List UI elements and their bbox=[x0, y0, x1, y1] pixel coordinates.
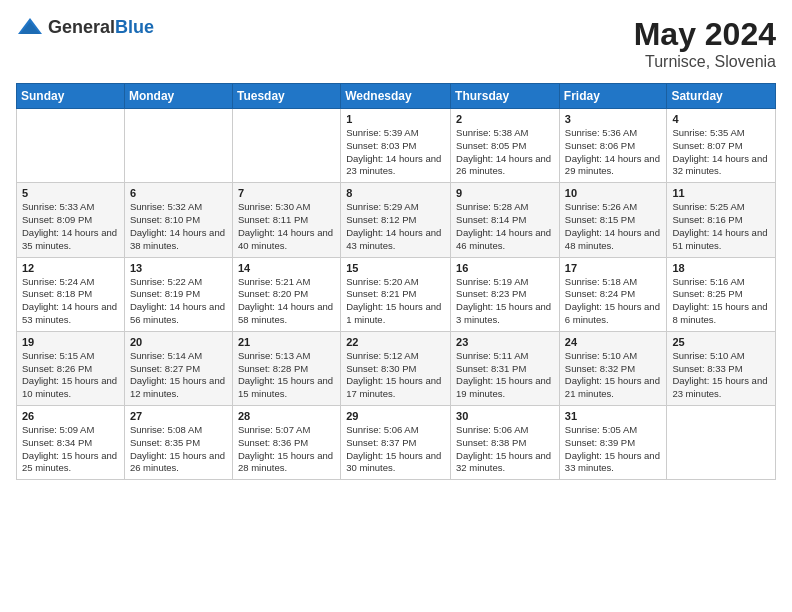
calendar-cell: 14Sunrise: 5:21 AM Sunset: 8:20 PM Dayli… bbox=[232, 257, 340, 331]
cell-content: Sunrise: 5:28 AM Sunset: 8:14 PM Dayligh… bbox=[456, 201, 554, 252]
calendar-cell: 20Sunrise: 5:14 AM Sunset: 8:27 PM Dayli… bbox=[124, 331, 232, 405]
calendar-cell: 10Sunrise: 5:26 AM Sunset: 8:15 PM Dayli… bbox=[559, 183, 667, 257]
calendar-cell: 24Sunrise: 5:10 AM Sunset: 8:32 PM Dayli… bbox=[559, 331, 667, 405]
calendar-cell: 1Sunrise: 5:39 AM Sunset: 8:03 PM Daylig… bbox=[341, 109, 451, 183]
calendar-cell: 17Sunrise: 5:18 AM Sunset: 8:24 PM Dayli… bbox=[559, 257, 667, 331]
cell-content: Sunrise: 5:15 AM Sunset: 8:26 PM Dayligh… bbox=[22, 350, 119, 401]
day-number: 5 bbox=[22, 187, 119, 199]
day-number: 12 bbox=[22, 262, 119, 274]
logo-blue-text: Blue bbox=[115, 17, 154, 37]
cell-content: Sunrise: 5:24 AM Sunset: 8:18 PM Dayligh… bbox=[22, 276, 119, 327]
day-number: 6 bbox=[130, 187, 227, 199]
cell-content: Sunrise: 5:14 AM Sunset: 8:27 PM Dayligh… bbox=[130, 350, 227, 401]
location-title: Turnisce, Slovenia bbox=[634, 53, 776, 71]
logo: GeneralBlue bbox=[16, 16, 154, 38]
calendar-cell: 3Sunrise: 5:36 AM Sunset: 8:06 PM Daylig… bbox=[559, 109, 667, 183]
calendar-cell: 13Sunrise: 5:22 AM Sunset: 8:19 PM Dayli… bbox=[124, 257, 232, 331]
cell-content: Sunrise: 5:13 AM Sunset: 8:28 PM Dayligh… bbox=[238, 350, 335, 401]
day-number: 31 bbox=[565, 410, 662, 422]
cell-content: Sunrise: 5:06 AM Sunset: 8:38 PM Dayligh… bbox=[456, 424, 554, 475]
cell-content: Sunrise: 5:20 AM Sunset: 8:21 PM Dayligh… bbox=[346, 276, 445, 327]
cell-content: Sunrise: 5:29 AM Sunset: 8:12 PM Dayligh… bbox=[346, 201, 445, 252]
cell-content: Sunrise: 5:11 AM Sunset: 8:31 PM Dayligh… bbox=[456, 350, 554, 401]
calendar-cell bbox=[124, 109, 232, 183]
day-number: 1 bbox=[346, 113, 445, 125]
calendar-week-row: 12Sunrise: 5:24 AM Sunset: 8:18 PM Dayli… bbox=[17, 257, 776, 331]
calendar-cell: 11Sunrise: 5:25 AM Sunset: 8:16 PM Dayli… bbox=[667, 183, 776, 257]
weekday-header: Thursday bbox=[451, 84, 560, 109]
cell-content: Sunrise: 5:25 AM Sunset: 8:16 PM Dayligh… bbox=[672, 201, 770, 252]
calendar-cell: 8Sunrise: 5:29 AM Sunset: 8:12 PM Daylig… bbox=[341, 183, 451, 257]
calendar-cell: 23Sunrise: 5:11 AM Sunset: 8:31 PM Dayli… bbox=[451, 331, 560, 405]
calendar-cell: 15Sunrise: 5:20 AM Sunset: 8:21 PM Dayli… bbox=[341, 257, 451, 331]
day-number: 30 bbox=[456, 410, 554, 422]
calendar-cell: 28Sunrise: 5:07 AM Sunset: 8:36 PM Dayli… bbox=[232, 406, 340, 480]
weekday-header: Friday bbox=[559, 84, 667, 109]
calendar-week-row: 1Sunrise: 5:39 AM Sunset: 8:03 PM Daylig… bbox=[17, 109, 776, 183]
day-number: 8 bbox=[346, 187, 445, 199]
month-title: May 2024 bbox=[634, 16, 776, 53]
calendar-cell: 25Sunrise: 5:10 AM Sunset: 8:33 PM Dayli… bbox=[667, 331, 776, 405]
day-number: 11 bbox=[672, 187, 770, 199]
day-number: 29 bbox=[346, 410, 445, 422]
day-number: 3 bbox=[565, 113, 662, 125]
cell-content: Sunrise: 5:38 AM Sunset: 8:05 PM Dayligh… bbox=[456, 127, 554, 178]
cell-content: Sunrise: 5:09 AM Sunset: 8:34 PM Dayligh… bbox=[22, 424, 119, 475]
cell-content: Sunrise: 5:16 AM Sunset: 8:25 PM Dayligh… bbox=[672, 276, 770, 327]
cell-content: Sunrise: 5:18 AM Sunset: 8:24 PM Dayligh… bbox=[565, 276, 662, 327]
day-number: 13 bbox=[130, 262, 227, 274]
day-number: 17 bbox=[565, 262, 662, 274]
calendar-cell: 9Sunrise: 5:28 AM Sunset: 8:14 PM Daylig… bbox=[451, 183, 560, 257]
calendar-week-row: 5Sunrise: 5:33 AM Sunset: 8:09 PM Daylig… bbox=[17, 183, 776, 257]
logo-icon bbox=[16, 16, 44, 38]
day-number: 24 bbox=[565, 336, 662, 348]
cell-content: Sunrise: 5:30 AM Sunset: 8:11 PM Dayligh… bbox=[238, 201, 335, 252]
day-number: 7 bbox=[238, 187, 335, 199]
day-number: 2 bbox=[456, 113, 554, 125]
day-number: 22 bbox=[346, 336, 445, 348]
calendar-cell: 29Sunrise: 5:06 AM Sunset: 8:37 PM Dayli… bbox=[341, 406, 451, 480]
day-number: 26 bbox=[22, 410, 119, 422]
cell-content: Sunrise: 5:12 AM Sunset: 8:30 PM Dayligh… bbox=[346, 350, 445, 401]
cell-content: Sunrise: 5:35 AM Sunset: 8:07 PM Dayligh… bbox=[672, 127, 770, 178]
calendar-cell: 19Sunrise: 5:15 AM Sunset: 8:26 PM Dayli… bbox=[17, 331, 125, 405]
cell-content: Sunrise: 5:21 AM Sunset: 8:20 PM Dayligh… bbox=[238, 276, 335, 327]
calendar-cell: 22Sunrise: 5:12 AM Sunset: 8:30 PM Dayli… bbox=[341, 331, 451, 405]
calendar-cell bbox=[232, 109, 340, 183]
day-number: 27 bbox=[130, 410, 227, 422]
day-number: 19 bbox=[22, 336, 119, 348]
calendar-cell: 7Sunrise: 5:30 AM Sunset: 8:11 PM Daylig… bbox=[232, 183, 340, 257]
calendar-cell: 18Sunrise: 5:16 AM Sunset: 8:25 PM Dayli… bbox=[667, 257, 776, 331]
cell-content: Sunrise: 5:22 AM Sunset: 8:19 PM Dayligh… bbox=[130, 276, 227, 327]
weekday-header: Sunday bbox=[17, 84, 125, 109]
day-number: 20 bbox=[130, 336, 227, 348]
cell-content: Sunrise: 5:05 AM Sunset: 8:39 PM Dayligh… bbox=[565, 424, 662, 475]
day-number: 9 bbox=[456, 187, 554, 199]
cell-content: Sunrise: 5:10 AM Sunset: 8:33 PM Dayligh… bbox=[672, 350, 770, 401]
calendar-cell bbox=[667, 406, 776, 480]
day-number: 21 bbox=[238, 336, 335, 348]
title-block: May 2024 Turnisce, Slovenia bbox=[634, 16, 776, 71]
weekday-header: Wednesday bbox=[341, 84, 451, 109]
calendar-week-row: 26Sunrise: 5:09 AM Sunset: 8:34 PM Dayli… bbox=[17, 406, 776, 480]
day-number: 25 bbox=[672, 336, 770, 348]
weekday-header-row: SundayMondayTuesdayWednesdayThursdayFrid… bbox=[17, 84, 776, 109]
calendar-cell: 16Sunrise: 5:19 AM Sunset: 8:23 PM Dayli… bbox=[451, 257, 560, 331]
day-number: 18 bbox=[672, 262, 770, 274]
day-number: 4 bbox=[672, 113, 770, 125]
day-number: 28 bbox=[238, 410, 335, 422]
cell-content: Sunrise: 5:06 AM Sunset: 8:37 PM Dayligh… bbox=[346, 424, 445, 475]
cell-content: Sunrise: 5:19 AM Sunset: 8:23 PM Dayligh… bbox=[456, 276, 554, 327]
calendar-table: SundayMondayTuesdayWednesdayThursdayFrid… bbox=[16, 83, 776, 480]
calendar-cell: 30Sunrise: 5:06 AM Sunset: 8:38 PM Dayli… bbox=[451, 406, 560, 480]
calendar-cell: 12Sunrise: 5:24 AM Sunset: 8:18 PM Dayli… bbox=[17, 257, 125, 331]
page-header: GeneralBlue May 2024 Turnisce, Slovenia bbox=[16, 16, 776, 71]
day-number: 15 bbox=[346, 262, 445, 274]
calendar-cell bbox=[17, 109, 125, 183]
cell-content: Sunrise: 5:10 AM Sunset: 8:32 PM Dayligh… bbox=[565, 350, 662, 401]
cell-content: Sunrise: 5:07 AM Sunset: 8:36 PM Dayligh… bbox=[238, 424, 335, 475]
weekday-header: Monday bbox=[124, 84, 232, 109]
weekday-header: Tuesday bbox=[232, 84, 340, 109]
calendar-week-row: 19Sunrise: 5:15 AM Sunset: 8:26 PM Dayli… bbox=[17, 331, 776, 405]
cell-content: Sunrise: 5:32 AM Sunset: 8:10 PM Dayligh… bbox=[130, 201, 227, 252]
